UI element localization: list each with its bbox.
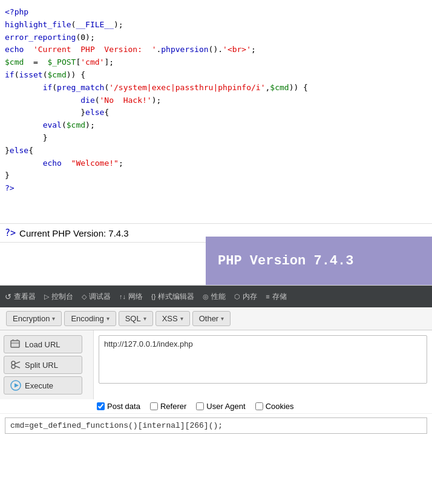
side-buttons-panel: Load URL Split URL E	[0, 330, 94, 399]
xss-dropdown[interactable]: XSS ▾	[155, 311, 190, 326]
sql-dropdown[interactable]: SQL ▾	[119, 311, 153, 326]
referer-checkbox[interactable]	[150, 402, 158, 410]
checkboxes-row: Post data Referer User Agent Cookies	[0, 399, 432, 414]
user-agent-checkbox[interactable]	[196, 402, 204, 410]
memory-icon: ⬡	[234, 293, 240, 301]
inspector-icon: ↺	[5, 292, 11, 301]
url-area	[94, 330, 432, 399]
memory-label: 内存	[243, 292, 257, 302]
encryption-dropdown[interactable]: Encryption ▾	[6, 311, 62, 326]
devtools-performance[interactable]: ◎ 性能	[203, 292, 226, 302]
network-label: 网络	[128, 292, 143, 302]
svg-rect-0	[11, 341, 19, 347]
storage-label: 存储	[272, 292, 287, 302]
devtools-bar: ↺ 查看器 ▷ 控制台 ◇ 调试器 ↑↓ 网络 {} 样式编辑器 ◎ 性能 ⬡ …	[0, 286, 432, 307]
post-data-label: Post data	[107, 402, 140, 411]
current-php-version: Current PHP Version: 7.4.3	[19, 228, 129, 238]
svg-rect-2	[12, 339, 14, 341]
main-area: Load URL Split URL E	[0, 330, 432, 399]
cookies-label: Cookies	[266, 402, 294, 411]
console-label: 控制台	[51, 292, 73, 302]
svg-rect-3	[16, 339, 18, 341]
performance-label: 性能	[211, 292, 226, 302]
style-editor-label: 样式编辑器	[158, 292, 194, 302]
referer-checkbox-item[interactable]: Referer	[150, 402, 186, 411]
encryption-arrow: ▾	[52, 315, 55, 322]
toolbar: Encryption ▾ Encoding ▾ SQL ▾ XSS ▾ Othe…	[0, 307, 432, 330]
svg-point-4	[11, 361, 15, 365]
encoding-label: Encoding	[71, 314, 103, 323]
performance-icon: ◎	[203, 293, 209, 301]
debugger-icon: ◇	[82, 293, 87, 301]
xss-label: XSS	[162, 314, 178, 323]
other-dropdown[interactable]: Other ▾	[192, 311, 231, 326]
split-url-label: Split URL	[25, 361, 58, 370]
cookies-checkbox[interactable]	[255, 402, 263, 410]
other-label: Other	[199, 314, 219, 323]
php-close-tag: ?>	[5, 227, 16, 238]
svg-point-5	[11, 365, 15, 368]
devtools-storage[interactable]: ≡ 存储	[266, 292, 286, 302]
load-url-button[interactable]: Load URL	[4, 335, 82, 353]
debugger-label: 调试器	[89, 292, 111, 302]
php-version-banner: PHP Version 7.4.3	[206, 237, 432, 285]
post-data-checkbox-item[interactable]: Post data	[97, 402, 140, 411]
php-banner-text: PHP Version 7.4.3	[218, 254, 353, 269]
encoding-arrow: ▾	[106, 315, 110, 322]
sql-arrow: ▾	[143, 315, 146, 322]
devtools-inspector[interactable]: ↺ 查看器	[5, 292, 36, 302]
load-url-icon	[10, 339, 21, 350]
sql-label: SQL	[125, 314, 141, 323]
post-data-input[interactable]	[5, 417, 427, 434]
xss-arrow: ▾	[180, 315, 183, 322]
user-agent-checkbox-item[interactable]: User Agent	[196, 402, 245, 411]
svg-marker-9	[15, 384, 19, 388]
execute-icon	[10, 380, 21, 391]
encryption-label: Encryption	[13, 314, 50, 323]
load-url-label: Load URL	[25, 340, 61, 349]
devtools-debugger[interactable]: ◇ 调试器	[82, 292, 111, 302]
execute-label: Execute	[25, 381, 53, 390]
cookies-checkbox-item[interactable]: Cookies	[255, 402, 294, 411]
code-display: <?php highlight_file(__FILE__); error_re…	[0, 0, 432, 224]
devtools-style-editor[interactable]: {} 样式编辑器	[151, 292, 194, 302]
user-agent-label: User Agent	[206, 402, 245, 411]
devtools-console[interactable]: ▷ 控制台	[44, 292, 73, 302]
execute-button[interactable]: Execute	[4, 376, 82, 394]
post-data-area	[0, 414, 432, 437]
encoding-dropdown[interactable]: Encoding ▾	[64, 311, 116, 326]
inspector-label: 查看器	[14, 292, 36, 302]
url-input[interactable]	[99, 335, 427, 384]
devtools-network[interactable]: ↑↓ 网络	[119, 292, 143, 302]
console-icon: ▷	[44, 293, 49, 301]
storage-icon: ≡	[266, 293, 269, 300]
devtools-memory[interactable]: ⬡ 内存	[234, 292, 257, 302]
style-editor-icon: {}	[151, 293, 155, 300]
split-url-button[interactable]: Split URL	[4, 356, 82, 374]
referer-label: Referer	[160, 402, 186, 411]
other-arrow: ▾	[221, 315, 224, 322]
network-icon: ↑↓	[119, 293, 126, 300]
split-url-icon	[10, 359, 21, 370]
post-data-checkbox[interactable]	[97, 402, 105, 410]
